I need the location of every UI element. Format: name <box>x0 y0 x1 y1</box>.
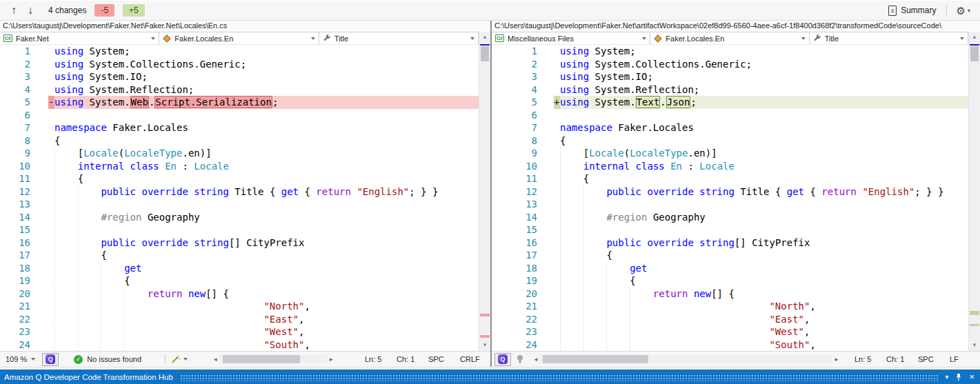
scroll-up-icon[interactable]: ▲ <box>969 32 980 43</box>
member-dropdown[interactable]: Title <box>319 32 479 44</box>
type-dropdown[interactable]: Faker.Locales.En <box>650 32 809 44</box>
caret-position-marker <box>480 44 490 46</box>
code-line-9[interactable]: 9 [Locale(LocaleType.en)] <box>0 147 479 160</box>
code-line-22[interactable]: 22 "East", <box>492 313 968 326</box>
code-line-13[interactable]: 13 <box>0 198 479 211</box>
code-line-8[interactable]: 8{ <box>0 134 479 148</box>
code-text: using System.Collections.Generic; <box>54 58 479 71</box>
code-line-19[interactable]: 19 { <box>492 274 968 287</box>
scrollbar-thumb[interactable] <box>481 46 489 61</box>
scroll-right-icon[interactable]: ► <box>327 356 335 363</box>
code-line-12[interactable]: 12 public override string Title { get { … <box>492 185 968 199</box>
line-content: "South", <box>554 338 968 352</box>
code-line-13[interactable]: 13 <box>492 198 968 211</box>
code-line-16[interactable]: 16 public override string[] CityPrefix <box>492 236 968 250</box>
code-editor-transformed[interactable]: 1using System;2using System.Collections.… <box>492 45 968 351</box>
code-line-5[interactable]: 5+using System.Text.Json; <box>492 96 968 109</box>
code-editor-source[interactable]: 1using System;2using System.Collections.… <box>0 45 479 351</box>
code-line-20[interactable]: 20 return new[] { <box>492 287 968 301</box>
zoom-level-dropdown[interactable]: 109 % <box>3 353 38 366</box>
horizontal-scrollbar[interactable]: ◄ ► <box>211 354 335 365</box>
code-line-15[interactable]: 15 <box>0 223 479 236</box>
code-text <box>54 198 479 211</box>
code-line-4[interactable]: 4using System.Reflection; <box>0 83 479 97</box>
column-indicator: Ch: 1 <box>886 355 918 363</box>
code-line-18[interactable]: 18 get <box>0 262 479 275</box>
suggestions-lightbulb-icon[interactable] <box>515 354 525 365</box>
code-line-6[interactable]: 6 <box>492 109 968 122</box>
summary-button[interactable]: ± Summary <box>884 5 940 17</box>
scroll-down-icon[interactable]: ▼ <box>479 340 490 351</box>
scroll-left-icon[interactable]: ◄ <box>532 356 540 363</box>
scroll-left-icon[interactable]: ◄ <box>211 356 219 363</box>
code-line-15[interactable]: 15 <box>492 223 968 236</box>
code-line-16[interactable]: 16 public override string[] CityPrefix <box>0 236 479 250</box>
scroll-down-icon[interactable]: ▼ <box>969 340 980 351</box>
line-content: public override string[] CityPrefix <box>48 236 479 250</box>
code-line-1[interactable]: 1using System; <box>492 45 968 58</box>
code-line-23[interactable]: 23 "West", <box>0 325 479 338</box>
code-line-24[interactable]: 24 "South", <box>0 338 479 352</box>
line-number: 5 <box>492 96 554 109</box>
code-line-12[interactable]: 12 public override string Title { get { … <box>0 185 479 199</box>
gear-icon: ⚙ <box>957 6 966 16</box>
amazon-q-button[interactable]: Q <box>494 353 511 366</box>
code-line-24[interactable]: 24 "South", <box>492 338 968 352</box>
scroll-up-icon[interactable]: ▲ <box>479 32 490 43</box>
code-line-7[interactable]: 7namespace Faker.Locales <box>492 121 968 134</box>
close-icon[interactable]: × <box>969 372 974 381</box>
code-line-4[interactable]: 4using System.Reflection; <box>492 83 968 97</box>
code-line-1[interactable]: 1using System; <box>0 45 479 58</box>
line-content: { <box>554 172 968 185</box>
vertical-scrollbar[interactable]: ▲ ▼ <box>479 32 490 351</box>
code-line-23[interactable]: 23 "West", <box>492 325 968 338</box>
code-line-10[interactable]: 10 internal class En : Locale <box>0 160 479 173</box>
code-line-10[interactable]: 10 internal class En : Locale <box>492 160 968 173</box>
code-line-20[interactable]: 20 return new[] { <box>0 287 479 301</box>
project-dropdown[interactable]: C# Faker.Net <box>0 32 159 44</box>
code-line-3[interactable]: 3using System.IO; <box>0 70 479 83</box>
code-line-7[interactable]: 7namespace Faker.Locales <box>0 121 479 134</box>
code-line-2[interactable]: 2using System.Collections.Generic; <box>492 58 968 71</box>
code-line-11[interactable]: 11 { <box>492 172 968 185</box>
code-cleanup-button[interactable] <box>170 354 189 364</box>
project-dropdown[interactable]: C# Miscellaneous Files <box>492 32 650 44</box>
pin-icon[interactable] <box>955 373 962 381</box>
scrollbar-thumb[interactable] <box>543 355 648 363</box>
issues-status[interactable]: ✓ No issues found <box>74 355 141 364</box>
amazon-q-button[interactable]: Q <box>42 353 59 366</box>
chevron-down-icon <box>801 37 806 40</box>
code-line-11[interactable]: 11 { <box>0 172 479 185</box>
next-change-button[interactable]: ↓ <box>22 2 39 19</box>
code-line-21[interactable]: 21 "North", <box>492 300 968 313</box>
code-line-14[interactable]: 14 #region Geography <box>492 211 968 224</box>
code-line-9[interactable]: 9 [Locale(LocaleType.en)] <box>492 147 968 160</box>
code-line-19[interactable]: 19 { <box>0 274 479 287</box>
change-margin <box>48 262 54 275</box>
type-dropdown[interactable]: Faker.Locales.En <box>159 32 319 44</box>
code-line-6[interactable]: 6 <box>0 109 479 122</box>
code-line-18[interactable]: 18 get <box>492 262 968 275</box>
member-dropdown-label: Title <box>334 34 348 43</box>
settings-gear-button[interactable]: ⚙ ▾ <box>952 5 974 17</box>
code-line-17[interactable]: 17 { <box>0 249 479 262</box>
horizontal-scrollbar[interactable]: ◄ ► <box>532 354 841 365</box>
vertical-scrollbar[interactable]: ▲ ▼ <box>968 32 980 351</box>
code-line-14[interactable]: 14 #region Geography <box>0 211 479 224</box>
code-line-22[interactable]: 22 "East", <box>0 313 479 326</box>
code-line-21[interactable]: 21 "North", <box>0 300 479 313</box>
code-line-2[interactable]: 2using System.Collections.Generic; <box>0 58 479 71</box>
code-text: { <box>54 172 479 185</box>
tool-window-titlebar[interactable]: Amazon Q Developer Code Transformation H… <box>0 370 980 384</box>
scrollbar-thumb[interactable] <box>970 46 979 61</box>
code-line-8[interactable]: 8{ <box>492 134 968 148</box>
window-position-caret-icon[interactable]: ▾ <box>945 373 948 381</box>
scroll-right-icon[interactable]: ► <box>832 356 841 363</box>
previous-change-button[interactable]: ↑ <box>6 2 22 19</box>
member-dropdown[interactable]: Title <box>810 32 968 44</box>
cleanup-wand-icon <box>171 354 181 364</box>
code-line-5[interactable]: 5-using System.Web.Script.Serialization; <box>0 96 479 109</box>
scrollbar-thumb[interactable] <box>223 355 300 363</box>
code-line-17[interactable]: 17 { <box>492 249 968 262</box>
code-line-3[interactable]: 3using System.IO; <box>492 70 968 83</box>
